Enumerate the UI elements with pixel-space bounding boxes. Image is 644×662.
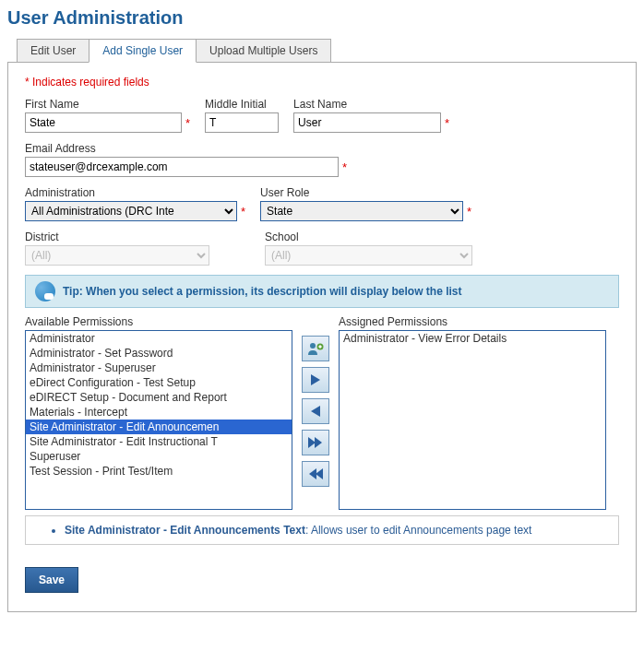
last-name-input[interactable] bbox=[293, 112, 441, 133]
tip-text: Tip: When you select a permission, its d… bbox=[63, 285, 462, 298]
svg-point-0 bbox=[310, 343, 316, 349]
move-right-button[interactable] bbox=[302, 367, 329, 393]
list-item[interactable]: Materials - Intercept bbox=[26, 405, 292, 420]
available-permissions-list[interactable]: AdministratorAdministrator - Set Passwor… bbox=[25, 330, 292, 510]
move-all-right-button[interactable] bbox=[302, 430, 329, 455]
list-item[interactable]: Site Administrator - Edit Instructional … bbox=[26, 434, 292, 449]
tab-edit-user[interactable]: Edit User bbox=[17, 39, 89, 63]
middle-initial-input[interactable] bbox=[205, 112, 279, 133]
description-text: : Allows user to edit Announcements page… bbox=[305, 524, 531, 537]
svg-rect-3 bbox=[319, 346, 322, 348]
save-button[interactable]: Save bbox=[25, 567, 78, 593]
first-name-input[interactable] bbox=[25, 112, 182, 133]
administration-select[interactable]: All Administrations (DRC Inte bbox=[25, 201, 237, 221]
required-star: * bbox=[445, 116, 449, 130]
tab-bar: Edit User Add Single User Upload Multipl… bbox=[17, 38, 637, 62]
move-left-button[interactable] bbox=[302, 398, 329, 424]
page-title: User Administration bbox=[7, 7, 637, 29]
list-item[interactable]: Administrator bbox=[26, 331, 292, 346]
tip-banner: Tip: When you select a permission, its d… bbox=[25, 275, 619, 308]
list-item[interactable]: eDIRECT Setup - Document and Report bbox=[26, 390, 292, 405]
required-fields-note: * Indicates required fields bbox=[25, 76, 619, 89]
school-label: School bbox=[265, 231, 472, 243]
email-label: Email Address bbox=[25, 142, 347, 155]
list-item[interactable]: Site Administrator - Edit Announcemen bbox=[26, 420, 292, 434]
list-item[interactable]: Administrator - Superuser bbox=[26, 361, 292, 375]
assigned-permissions-list[interactable]: Administrator - View Error Details bbox=[339, 330, 606, 510]
required-star: * bbox=[185, 116, 190, 130]
email-input[interactable] bbox=[25, 157, 339, 177]
first-name-label: First Name bbox=[25, 98, 190, 111]
speech-bubble-icon bbox=[35, 281, 55, 301]
administration-label: Administration bbox=[25, 186, 245, 199]
list-item[interactable]: Test Session - Print Test/Item bbox=[26, 464, 292, 479]
user-role-label: User Role bbox=[260, 186, 471, 199]
available-permissions-label: Available Permissions bbox=[25, 315, 292, 328]
tab-upload-multiple-users[interactable]: Upload Multiple Users bbox=[196, 39, 331, 63]
middle-initial-label: Middle Initial bbox=[205, 98, 279, 111]
required-star: * bbox=[241, 205, 245, 219]
list-item[interactable]: Administrator - Set Password bbox=[26, 346, 292, 361]
tab-add-single-user[interactable]: Add Single User bbox=[89, 39, 197, 63]
required-star: * bbox=[467, 205, 471, 219]
assigned-permissions-label: Assigned Permissions bbox=[339, 315, 606, 328]
required-star: * bbox=[342, 160, 347, 174]
last-name-label: Last Name bbox=[293, 98, 449, 111]
description-title: Site Administrator - Edit Announcements … bbox=[65, 524, 305, 537]
user-role-select[interactable]: State bbox=[260, 201, 463, 221]
school-select: (All) bbox=[265, 245, 472, 266]
district-label: District bbox=[25, 231, 209, 243]
list-item[interactable]: Superuser bbox=[26, 449, 292, 464]
list-item[interactable]: eDirect Configuration - Test Setup bbox=[26, 375, 292, 390]
move-all-left-button[interactable] bbox=[302, 461, 329, 487]
assign-user-button[interactable] bbox=[302, 336, 329, 361]
permission-description: Site Administrator - Edit Announcements … bbox=[25, 515, 619, 545]
list-item[interactable]: Administrator - View Error Details bbox=[340, 331, 605, 346]
content-panel: * Indicates required fields First Name *… bbox=[7, 62, 637, 612]
district-select: (All) bbox=[25, 245, 209, 266]
